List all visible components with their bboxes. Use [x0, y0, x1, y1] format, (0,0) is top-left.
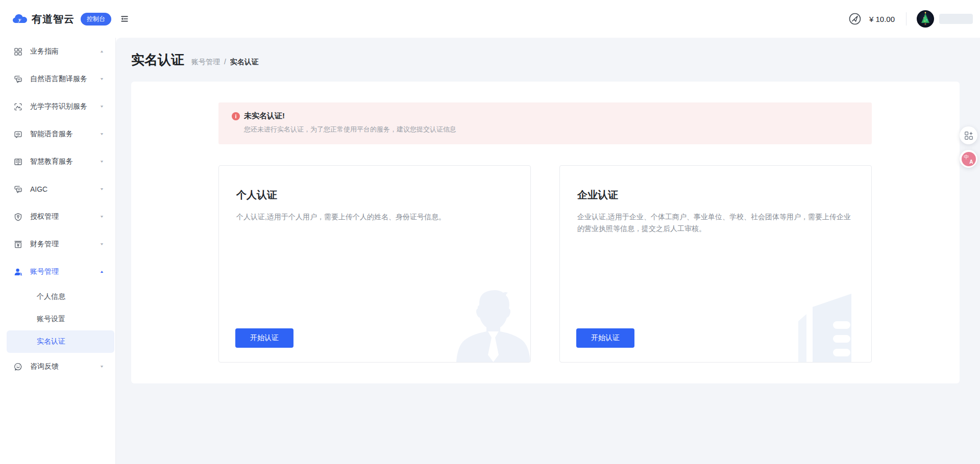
- start-personal-auth-button[interactable]: 开始认证: [235, 328, 293, 348]
- main-content: 实名认证 账号管理 / 实名认证 i 未实名认证! 您还未进行实名认证，为了您正…: [116, 38, 980, 464]
- grid-icon: [14, 47, 22, 56]
- sidebar-item-label: 财务管理: [30, 240, 100, 249]
- sidebar-item-label: 光学字符识别服务: [30, 102, 100, 111]
- breadcrumb-current: 实名认证: [230, 58, 259, 66]
- alert-description: 您还未进行实名认证，为了您正常使用平台的服务，建议您提交认证信息: [244, 125, 859, 134]
- page-head: 实名认证 账号管理 / 实名认证: [116, 38, 980, 69]
- console-badge: 控制台: [81, 13, 111, 25]
- caret-down-icon: ▼: [100, 187, 104, 191]
- translate-zh-glyph: 中: [964, 153, 969, 161]
- youdao-cloud-logo-icon: y: [12, 13, 28, 25]
- account-balance[interactable]: ¥ 10.00: [869, 15, 895, 23]
- translate-en-glyph: A: [969, 159, 973, 165]
- personal-auth-card: 个人认证 个人认证,适用于个人用户，需要上传个人的姓名、身份证号信息。 开始认证: [218, 165, 531, 363]
- sidebar-item-education[interactable]: 智慧教育服务 ▼: [0, 148, 115, 175]
- person-silhouette-icon: [456, 285, 530, 362]
- smile-icon: [14, 363, 22, 371]
- caret-down-icon: ▼: [100, 160, 104, 164]
- building-silhouette-icon: [784, 285, 868, 362]
- brand-name: 有道智云: [32, 12, 75, 26]
- book-icon: [14, 158, 22, 166]
- card-title: 企业认证: [577, 188, 871, 202]
- scan-icon: [14, 102, 22, 111]
- breadcrumb-parent[interactable]: 账号管理: [191, 58, 220, 66]
- alert-info-icon: i: [232, 112, 240, 120]
- sidebar-item-label: 业务指南: [30, 47, 100, 56]
- caret-up-icon: ▲: [100, 270, 104, 274]
- sidebar-subitem-label: 实名认证: [37, 337, 65, 346]
- top-header: y 有道智云 控制台 ¥ 10.00: [0, 0, 980, 38]
- sidebar-item-label: 智慧教育服务: [30, 157, 100, 166]
- sidebar-subitem-realname-auth[interactable]: 实名认证: [7, 330, 114, 353]
- voice-icon: [14, 130, 22, 139]
- translate-widget-button[interactable]: 中 A: [960, 150, 977, 168]
- finance-icon: [14, 240, 22, 249]
- breadcrumb: 账号管理 / 实名认证: [191, 58, 259, 67]
- breadcrumb-separator: /: [224, 58, 226, 66]
- menu-fold-icon: [119, 14, 130, 24]
- points-icon[interactable]: [848, 12, 862, 26]
- sidebar-item-ocr[interactable]: 光学字符识别服务 ▼: [0, 93, 115, 120]
- user-avatar[interactable]: [917, 10, 934, 28]
- caret-down-icon: ▼: [100, 105, 104, 109]
- content-panel: i 未实名认证! 您还未进行实名认证，为了您正常使用平台的服务，建议您提交认证信…: [131, 82, 960, 383]
- sidebar-item-authorization[interactable]: 授权管理 ▼: [0, 203, 115, 230]
- card-description: 个人认证,适用于个人用户，需要上传个人的姓名、身份证号信息。: [236, 211, 513, 223]
- sidebar-item-business-guide[interactable]: 业务指南 ▲: [0, 38, 115, 65]
- sidebar-item-feedback[interactable]: 咨询反馈 ▼: [0, 353, 115, 380]
- sidebar-item-label: AIGC: [30, 185, 100, 193]
- card-title: 个人认证: [236, 188, 530, 202]
- header-right-area: ¥ 10.00: [848, 0, 973, 38]
- header-divider: [906, 12, 906, 25]
- sidebar-item-account[interactable]: 账号管理 ▲: [0, 258, 115, 286]
- sidebar-item-label: 授权管理: [30, 212, 100, 221]
- username-redacted[interactable]: [939, 14, 973, 24]
- caret-down-icon: ▼: [100, 215, 104, 219]
- sidebar-subitem-personal-info[interactable]: 个人信息: [0, 286, 115, 308]
- caret-down-icon: ▼: [100, 77, 104, 81]
- sidebar-subitem-label: 个人信息: [37, 292, 65, 301]
- apps-sparkle-icon: [964, 131, 974, 141]
- page-title: 实名认证: [131, 51, 184, 69]
- start-enterprise-auth-button[interactable]: 开始认证: [576, 328, 634, 348]
- sidebar-item-label: 自然语言翻译服务: [30, 74, 100, 84]
- quick-apps-button[interactable]: [960, 126, 977, 144]
- unverified-alert: i 未实名认证! 您还未进行实名认证，为了您正常使用平台的服务，建议您提交认证信…: [218, 102, 872, 144]
- caret-up-icon: ▲: [100, 49, 104, 54]
- chat-icon: [14, 75, 22, 84]
- caret-down-icon: ▼: [100, 242, 104, 246]
- shield-key-icon: [14, 213, 22, 221]
- sidebar-item-label: 账号管理: [30, 267, 100, 276]
- sidebar-item-speech[interactable]: 智能语音服务 ▼: [0, 120, 115, 148]
- user-key-icon: [14, 268, 22, 276]
- caret-down-icon: ▼: [100, 365, 104, 369]
- sidebar-item-nlp-translation[interactable]: 自然语言翻译服务 ▼: [0, 65, 115, 93]
- brand[interactable]: y 有道智云 控制台: [12, 0, 111, 38]
- avatar-tree-image: [917, 10, 934, 28]
- auth-cards: 个人认证 个人认证,适用于个人用户，需要上传个人的姓名、身份证号信息。 开始认证…: [218, 165, 872, 363]
- sidebar-subitem-account-settings[interactable]: 账号设置: [0, 308, 115, 330]
- svg-text:y: y: [17, 16, 21, 22]
- sidebar-nav: 业务指南 ▲ 自然语言翻译服务 ▼ 光学字符识别服务 ▼: [0, 38, 116, 464]
- sidebar-item-finance[interactable]: 财务管理 ▼: [0, 230, 115, 258]
- caret-down-icon: ▼: [100, 132, 104, 136]
- card-description: 企业认证,适用于企业、个体工商户、事业单位、学校、社会团体等用户，需要上传企业的…: [577, 211, 854, 235]
- sidebar-collapse-button[interactable]: [117, 12, 132, 26]
- sidebar-item-label: 咨询反馈: [30, 362, 100, 371]
- translate-icon: 中 A: [962, 152, 976, 166]
- sidebar-item-label: 智能语音服务: [30, 130, 100, 139]
- sidebar-item-aigc[interactable]: AIGC ▼: [0, 175, 115, 203]
- enterprise-auth-card: 企业认证 企业认证,适用于企业、个体工商户、事业单位、学校、社会团体等用户，需要…: [559, 165, 872, 363]
- alert-title: 未实名认证!: [244, 111, 285, 121]
- chat-icon: [14, 185, 22, 194]
- sidebar-subitem-label: 账号设置: [37, 315, 65, 324]
